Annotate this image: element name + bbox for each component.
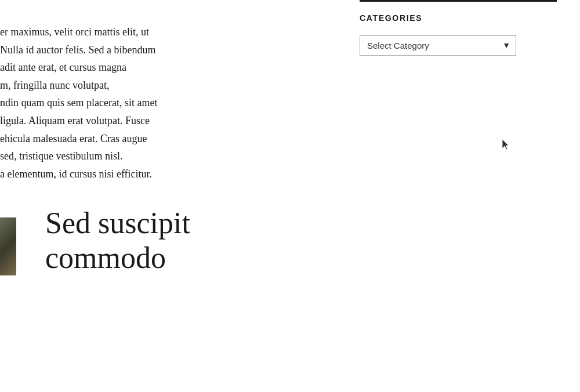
next-article-title: Sed suscipitcommodo [23,206,336,275]
article-body: er maximus, velit orci mattis elit, ut N… [0,0,336,183]
cursor-indicator [501,138,512,154]
sidebar-top-divider [360,0,557,2]
categories-heading: CATEGORIES [360,13,557,23]
sidebar: CATEGORIES Select Category ▼ [336,0,580,392]
article-paragraph: er maximus, velit orci mattis elit, ut N… [0,23,336,183]
main-content: er maximus, velit orci mattis elit, ut N… [0,0,336,392]
category-select-wrapper[interactable]: Select Category ▼ [360,35,516,56]
page-container: er maximus, velit orci mattis elit, ut N… [0,0,580,392]
category-select[interactable]: Select Category [360,35,516,56]
article-thumbnail [0,217,16,275]
